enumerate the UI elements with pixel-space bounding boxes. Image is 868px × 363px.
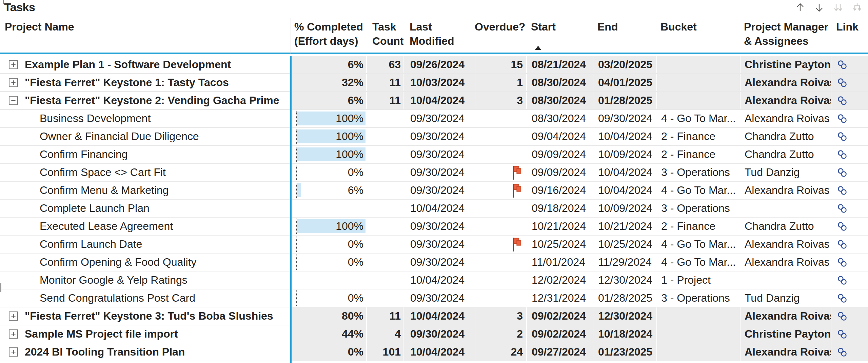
overdue-cell	[475, 218, 526, 235]
link-cell	[831, 146, 868, 163]
end-date-cell: 10/04/2024	[593, 182, 656, 199]
task-name: Executed Lease Agreement	[40, 220, 173, 233]
link-cell	[831, 200, 868, 217]
link-icon[interactable]	[837, 293, 848, 304]
column-header-link[interactable]: Link	[831, 16, 868, 53]
task-count-cell: 4	[366, 325, 403, 343]
drill-up-icon[interactable]	[795, 2, 806, 13]
task-count-cell: 11	[366, 92, 403, 109]
table-row[interactable]: Send Congratulations Post Card 0% 09/30/…	[0, 289, 868, 307]
table-row[interactable]: + "Fiesta Ferret" Keystone 1: Tasty Taco…	[0, 74, 868, 92]
project-manager-cell: Alexandra Roivas	[740, 236, 831, 253]
table-row[interactable]: − "Fiesta Ferret" Keystone 2: Vending Ga…	[0, 92, 868, 110]
last-modified-cell: 10/03/2024	[403, 74, 475, 91]
table-row[interactable]: Confirm Financing 100% 09/30/2024 09/09/…	[0, 146, 868, 164]
expand-all-down-icon[interactable]	[852, 2, 863, 13]
expand-toggle[interactable]: +	[9, 78, 18, 87]
table-row[interactable]: + Sample MS Project file import 44% 4 09…	[0, 325, 868, 343]
table-row[interactable]: Owner & Financial Due Diligence 100% 09/…	[0, 128, 868, 146]
bucket-cell	[656, 325, 740, 343]
link-cell	[831, 218, 868, 235]
column-header-project-name[interactable]: Project Name	[0, 16, 291, 53]
project-manager-cell: Christine Payton	[740, 325, 831, 343]
column-header-task-count[interactable]: Task Count	[366, 16, 403, 53]
link-icon[interactable]	[837, 77, 848, 88]
link-icon[interactable]	[837, 95, 848, 106]
link-icon[interactable]	[837, 59, 848, 70]
project-manager-cell: Alexandra Roivas	[740, 74, 831, 91]
last-modified-cell: 09/30/2024	[403, 128, 475, 145]
visual-title: Tasks	[4, 1, 35, 14]
link-icon[interactable]	[837, 275, 848, 286]
link-cell	[831, 325, 868, 343]
link-icon[interactable]	[837, 185, 848, 196]
table-row[interactable]: Executed Lease Agreement 100% 09/30/2024…	[0, 218, 868, 236]
column-header-last-modified[interactable]: Last Modified	[403, 16, 475, 53]
column-header-pct-completed[interactable]: % Completed (Effort days)	[291, 16, 366, 53]
last-modified-cell: 09/30/2024	[403, 254, 475, 271]
link-icon[interactable]	[837, 239, 848, 250]
project-manager-cell	[740, 271, 831, 289]
column-header-start[interactable]: Start	[526, 16, 593, 53]
expand-toggle[interactable]: +	[9, 329, 18, 339]
column-header-end[interactable]: End	[593, 16, 656, 53]
link-icon[interactable]	[837, 221, 848, 232]
expand-toggle[interactable]: +	[9, 311, 18, 321]
table-row[interactable]: Monitor Google & Yelp Ratings 10/04/2024…	[0, 271, 868, 289]
column-header-project-manager[interactable]: Project Manager & Assignees	[740, 16, 831, 53]
link-icon[interactable]	[837, 113, 848, 124]
project-manager-cell: Chandra Zutto	[740, 218, 831, 235]
link-icon[interactable]	[837, 203, 848, 214]
pct-completed-cell: 0%	[291, 343, 366, 361]
link-icon[interactable]	[837, 329, 848, 340]
link-icon[interactable]	[837, 347, 848, 358]
pct-completed-cell: 6%	[291, 56, 366, 73]
pct-completed-cell: 100%	[291, 128, 366, 145]
link-icon[interactable]	[837, 131, 848, 142]
link-icon[interactable]	[837, 149, 848, 160]
drill-down-icon[interactable]	[814, 2, 825, 13]
table-row[interactable]: Confirm Space <> Cart Fit 0% 09/30/2024 …	[0, 164, 868, 182]
start-date-cell: 09/27/2024	[526, 343, 593, 361]
table-row[interactable]: + "Fiesta Ferret" Keystone 3: Tud's Boba…	[0, 307, 868, 325]
start-date-cell: 09/18/2024	[526, 200, 593, 217]
last-modified-cell: 09/30/2024	[403, 182, 475, 199]
start-date-cell: 11/01/2024	[526, 254, 593, 271]
link-icon[interactable]	[837, 311, 848, 322]
link-icon[interactable]	[837, 257, 848, 268]
link-icon[interactable]	[837, 167, 848, 178]
pct-completed-cell	[291, 271, 366, 289]
column-header-overdue[interactable]: Overdue?	[475, 16, 526, 53]
task-count-cell	[366, 200, 403, 217]
table-row[interactable]: Confirm Opening & Food Quality 0% 09/30/…	[0, 254, 868, 271]
table-row[interactable]: Confirm Menu & Marketing 6% 09/30/2024 0…	[0, 182, 868, 200]
expand-toggle[interactable]: −	[9, 96, 18, 105]
task-count-cell	[366, 218, 403, 235]
table-row[interactable]: + 2024 BI Tooling Transition Plan 0% 101…	[0, 343, 868, 361]
drill-toolbar	[795, 2, 863, 13]
table-row[interactable]: Business Development 100% 09/30/2024 08/…	[0, 110, 868, 128]
task-count-cell: 63	[366, 56, 403, 73]
table-row[interactable]: + Example Plan 1 - Software Development …	[0, 56, 868, 74]
sort-ascending-icon	[535, 46, 541, 50]
last-modified-cell: 09/30/2024	[403, 289, 475, 307]
task-name: "Fiesta Ferret" Keystone 3: Tud's Boba S…	[25, 310, 273, 322]
bucket-cell: 4 - Go To Mar...	[656, 182, 740, 199]
task-count-cell	[366, 271, 403, 289]
table-row[interactable]: Complete Launch Plan 10/04/2024 09/18/20…	[0, 200, 868, 218]
column-header-bucket[interactable]: Bucket	[656, 16, 740, 53]
bucket-cell: 3 - Operations	[656, 200, 740, 217]
overdue-cell	[475, 110, 526, 127]
last-modified-cell: 09/30/2024	[403, 236, 475, 253]
expand-toggle[interactable]: +	[9, 60, 18, 69]
overdue-cell: 1	[475, 74, 526, 91]
header-column-separator	[291, 18, 291, 54]
table-row[interactable]: Confirm Launch Date 0% 09/30/2024 10/25/…	[0, 236, 868, 254]
overdue-cell	[475, 289, 526, 307]
pct-completed-value: 100%	[336, 148, 363, 161]
pct-completed-cell: 0%	[291, 254, 366, 271]
project-manager-cell: Chandra Zutto	[740, 146, 831, 163]
vertical-scrollbar-thumb[interactable]	[0, 283, 1, 292]
expand-toggle[interactable]: +	[9, 347, 18, 357]
expand-next-level-icon[interactable]	[833, 2, 844, 13]
